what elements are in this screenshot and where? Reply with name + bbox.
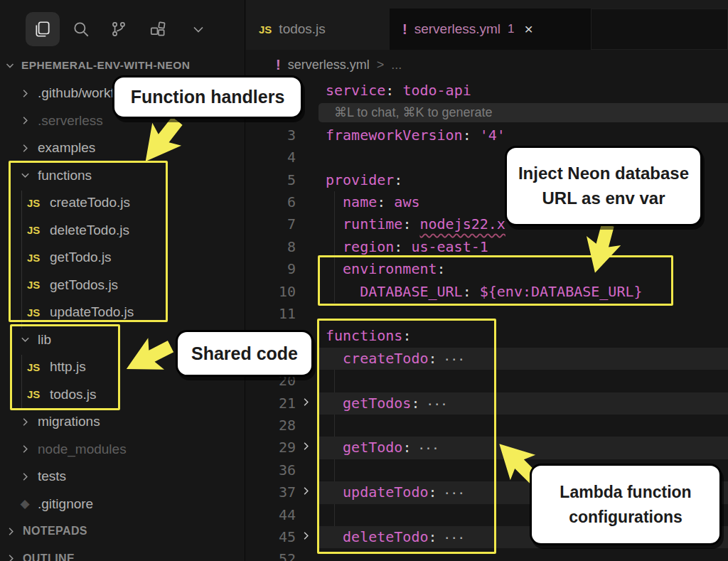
code-token: name [326, 193, 377, 210]
code-token: runtime [326, 215, 402, 233]
code-token: todo-api [394, 82, 471, 99]
panel-header-notepads[interactable]: NOTEPADS [0, 518, 245, 545]
tab-todos-js[interactable]: JS todos.js [246, 9, 390, 50]
callout-lambda-config: Lambda function configurations [530, 464, 722, 545]
line-number: 36 [263, 459, 296, 481]
code-text: provider: [326, 169, 402, 191]
code-token: nodejs22.x [419, 215, 505, 233]
tree-file-gitignore[interactable]: ◆.gitignore [0, 491, 245, 518]
code-token: service [326, 82, 385, 99]
fold-chevron-icon[interactable] [301, 437, 311, 459]
explorer-icon[interactable] [26, 12, 60, 46]
tree-item-label: migrations [38, 414, 100, 429]
line-number: 6 [263, 191, 296, 213]
panel-header-outline[interactable]: OUTLINE [0, 545, 245, 561]
code-token: : [402, 215, 411, 233]
source-control-icon[interactable] [102, 12, 136, 46]
code-token: us-east-1 [402, 238, 488, 255]
code-token: : [377, 193, 385, 210]
code-token: : [394, 238, 402, 255]
line-number: 45 [263, 526, 296, 548]
callout-text: Function handlers [131, 87, 285, 107]
chevron-right-icon [18, 444, 31, 454]
ai-hint-bar: ⌘L to chat, ⌘K to generate [318, 103, 728, 122]
chevron-right-icon [18, 143, 31, 154]
chevron-down-icon [4, 60, 16, 71]
line-number: 7 [263, 213, 296, 235]
code-token: : [394, 171, 402, 188]
callout-text: Lambda function [560, 480, 691, 505]
code-token: region [326, 238, 394, 255]
tab-label: todos.js [279, 21, 325, 37]
code-token: aws [385, 193, 419, 210]
chevron-right-icon [4, 526, 17, 537]
tree-folder-node-modules[interactable]: node_modules [0, 436, 245, 464]
tab-serverless-yml[interactable]: ! serverless.yml 1 × [390, 9, 591, 50]
callout-text: configurations [569, 505, 682, 530]
git-icon: ◆ [18, 496, 31, 511]
highlight-box-functions-folder [9, 161, 168, 322]
chevron-right-icon [18, 471, 31, 482]
code-token [411, 215, 419, 233]
highlight-box-environment [318, 255, 673, 306]
line-number: 5 [263, 169, 296, 191]
fold-chevron-icon[interactable] [301, 526, 311, 548]
tree-item-label: .serverless [38, 113, 103, 129]
fold-chevron-icon[interactable] [301, 392, 311, 415]
code-token: frameworkVersion [326, 127, 463, 144]
empty-tab-area [591, 9, 728, 50]
fold-chevron-icon[interactable] [301, 481, 311, 503]
chevron-down-icon[interactable] [181, 12, 215, 46]
line-number: 4 [263, 146, 296, 169]
callout-inject-neon: Inject Neon database URL as env var [505, 146, 702, 226]
chevron-right-icon [18, 115, 31, 126]
line-number: 8 [263, 236, 296, 258]
code-text: frameworkVersion: '4' [326, 124, 505, 146]
problem-badge: 1 [508, 22, 514, 36]
line-number: 21 [263, 392, 296, 415]
code-line-2[interactable]: 2⌘L to chat, ⌘K to generate [246, 102, 728, 124]
close-icon[interactable]: × [525, 21, 533, 38]
tab-bar: JS todos.js ! serverless.yml 1 × [246, 0, 728, 50]
line-number: 10 [263, 281, 296, 303]
tab-label: serverless.yml [414, 21, 500, 37]
code-text: name: aws [326, 191, 419, 213]
tree-item-label: examples [38, 140, 95, 156]
code-text: runtime: nodejs22.x [326, 213, 505, 235]
line-number: 9 [263, 258, 296, 280]
yaml-icon: ! [402, 21, 407, 38]
line-number: 29 [263, 437, 296, 459]
code-text: service: todo-api [326, 80, 471, 102]
tree-folder-migrations[interactable]: migrations [0, 408, 245, 436]
callout-function-handlers: Function handlers [112, 75, 303, 119]
code-line-3[interactable]: 3frameworkVersion: '4' [246, 124, 728, 146]
code-token: : [463, 127, 471, 144]
line-number: 44 [263, 504, 296, 526]
project-title: EPHEMERAL-ENV-WITH-NEON [21, 59, 190, 72]
line-number: 3 [263, 124, 296, 146]
tree-item-label: node_modules [38, 442, 127, 457]
highlight-box-functions-config [317, 319, 496, 554]
line-number: 37 [263, 481, 296, 503]
tree-item-label: NOTEPADS [23, 525, 87, 538]
callout-text: Inject Neon database [518, 161, 689, 186]
cursor-window: EPHEMERAL-ENV-WITH-NEON .github/workflow… [0, 0, 728, 561]
line-number: 52 [263, 548, 296, 561]
explorer-section-header[interactable]: EPHEMERAL-ENV-WITH-NEON [4, 55, 190, 75]
extensions-icon[interactable] [141, 12, 175, 46]
tree-item-label: .gitignore [38, 496, 93, 512]
tree-folder-examples[interactable]: examples [0, 134, 245, 162]
js-icon: JS [259, 23, 272, 36]
activity-bar [0, 0, 245, 53]
chevron-right-icon [18, 88, 31, 99]
search-icon[interactable] [64, 12, 98, 46]
code-line-1[interactable]: 1service: todo-api [246, 80, 728, 102]
line-number: 28 [263, 415, 296, 437]
tree-item-label: tests [38, 469, 66, 484]
callout-text: Shared code [191, 343, 298, 364]
callout-shared-code: Shared code [176, 330, 314, 377]
chevron-right-icon [18, 417, 31, 427]
tree-folder-tests[interactable]: tests [0, 463, 245, 491]
chevron-right-icon [4, 553, 17, 561]
line-number: 11 [263, 303, 296, 325]
